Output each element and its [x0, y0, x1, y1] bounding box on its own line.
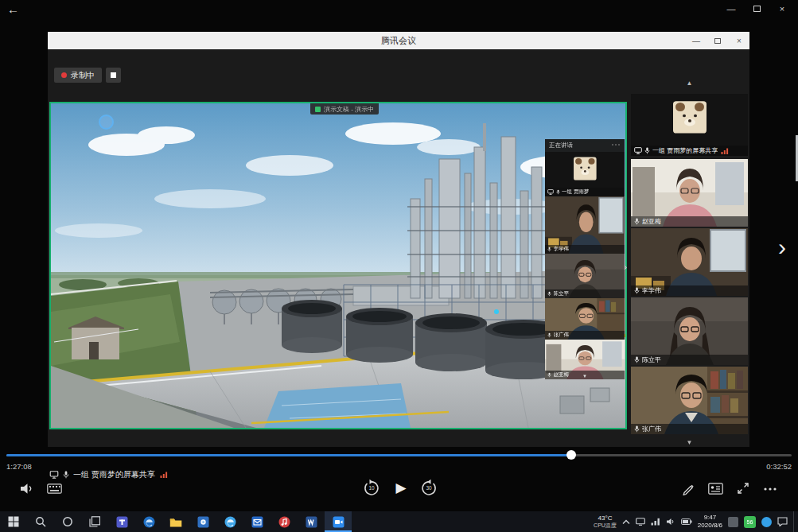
- participant-label: 赵亚梅: [631, 216, 748, 227]
- speaking-panel[interactable]: 正在讲话 一组 贾雨梦: [545, 139, 625, 379]
- subtitle-card-button[interactable]: [707, 482, 723, 495]
- speaker-tile[interactable]: 陈立平: [545, 254, 625, 298]
- more-options-button[interactable]: [762, 485, 778, 493]
- stop-recording-button[interactable]: [106, 68, 121, 83]
- restore-icon: [714, 38, 721, 44]
- tray-display-icon[interactable]: [636, 518, 645, 526]
- windows-taskbar: 43°C CPU温度 9:47 2020/8/6: [0, 511, 798, 532]
- meeting-minimize-button[interactable]: —: [691, 34, 702, 47]
- network-icon[interactable]: [651, 518, 660, 526]
- app-word[interactable]: [298, 511, 325, 532]
- mic-icon: [644, 147, 650, 154]
- battery-icon[interactable]: [681, 518, 692, 525]
- speaker-tile[interactable]: 张广伟: [545, 298, 625, 340]
- expand-icon: [736, 481, 750, 495]
- app-meeting-active[interactable]: [325, 511, 352, 532]
- signal-strength-icon: [160, 472, 168, 478]
- speaker-tile-avatar[interactable]: 一组 贾雨梦: [545, 152, 625, 196]
- signal-strength-icon: [721, 148, 729, 154]
- forward-30-button[interactable]: 30: [419, 479, 438, 498]
- speaker-tile[interactable]: 赵亚梅 ▼: [545, 340, 625, 379]
- panel-collapse-arrow[interactable]: ›: [624, 261, 627, 273]
- participant-name: 张广伟: [554, 332, 570, 339]
- meeting-close-button[interactable]: ×: [734, 34, 745, 47]
- sidebar-scroll-up-button[interactable]: ▲: [631, 80, 748, 87]
- rewind-10-button[interactable]: 10: [362, 479, 381, 498]
- participant-tile[interactable]: 赵亚梅: [631, 159, 748, 227]
- speaking-panel-header[interactable]: 正在讲话: [545, 139, 625, 152]
- video-meeting-icon: [333, 516, 345, 528]
- photos-icon: [197, 516, 209, 528]
- mic-icon: [634, 425, 640, 433]
- play-button[interactable]: ▶: [394, 479, 408, 496]
- participant-name: 一组 贾雨梦: [562, 188, 589, 196]
- speaking-panel-title: 正在讲话: [549, 142, 573, 150]
- next-page-arrow[interactable]: ›: [778, 235, 786, 259]
- seek-progress: [6, 454, 571, 456]
- speaker-tile[interactable]: 李学伟: [545, 196, 625, 254]
- system-tray: 43°C CPU温度 9:47 2020/8/6: [594, 511, 798, 532]
- tray-expand-button[interactable]: [622, 519, 630, 525]
- video-player-window: ← — × 腾讯会议 — × 录制中: [0, 0, 798, 532]
- chat-app-icon[interactable]: [761, 517, 772, 527]
- cpu-temp-widget[interactable]: 43°C CPU温度: [594, 515, 617, 528]
- tray-app-icon[interactable]: [728, 517, 738, 527]
- meeting-title-bar: 腾讯会议 — ×: [48, 32, 749, 49]
- seek-handle[interactable]: [566, 450, 576, 460]
- back-button[interactable]: ←: [7, 2, 19, 16]
- presenter-pointer-icon: [99, 115, 114, 130]
- drag-handle-icon[interactable]: [612, 144, 620, 146]
- app-photos[interactable]: [189, 511, 216, 532]
- volume-button[interactable]: [19, 482, 35, 495]
- player-window-controls: — ×: [718, 0, 795, 17]
- participant-tile-screen-share[interactable]: 一组 贾雨梦的屏幕共享: [631, 94, 748, 156]
- cortana-button[interactable]: [54, 511, 81, 532]
- mic-icon: [556, 189, 560, 195]
- action-center-button[interactable]: [777, 517, 788, 526]
- meeting-window-controls: — ×: [691, 32, 745, 49]
- app-mail[interactable]: [243, 511, 271, 532]
- word-icon: [306, 516, 317, 528]
- tray-volume-icon[interactable]: [666, 518, 675, 526]
- task-view-button[interactable]: [81, 511, 108, 532]
- cpu-temp-label: CPU温度: [594, 522, 617, 529]
- annotate-button[interactable]: [680, 480, 696, 496]
- taskbar-search-button[interactable]: [27, 511, 54, 532]
- panel-scroll-down-icon[interactable]: ▼: [545, 374, 625, 379]
- teams-icon: [116, 516, 128, 528]
- participant-tile[interactable]: 李学伟: [631, 228, 748, 296]
- player-restore-button[interactable]: [744, 0, 769, 17]
- show-desktop-button[interactable]: [793, 511, 796, 532]
- start-button[interactable]: [0, 511, 27, 532]
- mic-icon: [547, 332, 551, 338]
- app-teams[interactable]: [108, 511, 135, 532]
- app-file-explorer[interactable]: [162, 511, 189, 532]
- participant-tile[interactable]: 陈立平: [631, 297, 748, 365]
- player-minimize-button[interactable]: —: [718, 0, 744, 17]
- app-edge-legacy[interactable]: [135, 511, 162, 532]
- app-edge[interactable]: [216, 511, 243, 532]
- app-music[interactable]: [271, 511, 298, 532]
- fullscreen-button[interactable]: [735, 480, 751, 496]
- share-source-label: 一组 贾雨梦的屏幕共享: [73, 469, 155, 480]
- task-view-icon: [89, 516, 100, 527]
- participant-name: 李学伟: [554, 246, 570, 253]
- total-time: 0:32:52: [766, 462, 792, 471]
- wechat-icon[interactable]: 56: [744, 516, 756, 528]
- sidebar-scroll-down-button[interactable]: ▼: [631, 439, 748, 446]
- taskbar-apps: [0, 511, 352, 532]
- participant-label: 李学伟: [631, 285, 748, 296]
- participant-label: 一组 贾雨梦的屏幕共享: [631, 146, 748, 156]
- player-close-button[interactable]: ×: [769, 0, 795, 17]
- mic-icon: [547, 291, 551, 297]
- keyboard-shortcuts-button[interactable]: [46, 483, 62, 494]
- screen-share-icon: [49, 471, 59, 479]
- seek-bar[interactable]: [6, 454, 792, 456]
- participant-name: 陈立平: [642, 355, 661, 364]
- taskbar-clock[interactable]: 9:47 2020/8/6: [698, 514, 722, 529]
- meeting-restore-button[interactable]: [712, 34, 723, 47]
- restore-icon: [753, 6, 761, 12]
- participant-tile[interactable]: 张广伟: [631, 367, 748, 434]
- windows-logo-icon: [8, 516, 19, 527]
- stop-icon: [111, 72, 116, 78]
